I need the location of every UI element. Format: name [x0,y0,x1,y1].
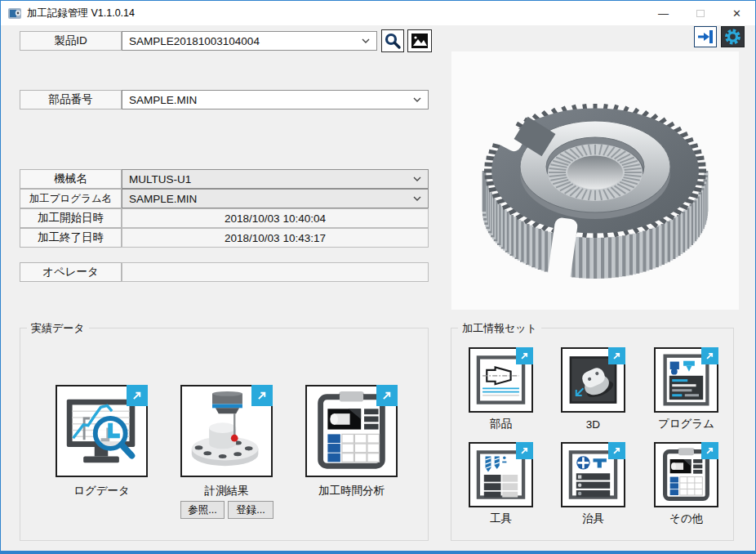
machining-time-analysis-button[interactable] [305,385,398,477]
tool-label: 工具 [469,511,533,527]
minimize-icon: — [658,7,669,20]
open-external-badge [608,442,625,459]
transfer-button[interactable] [694,26,717,47]
operator-value [122,262,429,282]
close-button[interactable]: ✕ [718,1,755,25]
open-external-badge [516,347,533,364]
arrow-up-right-icon [518,445,531,457]
maximize-button[interactable] [682,1,718,25]
program-name-value: SAMPLE.MIN [129,193,197,205]
operator-label: オペレータ [20,262,122,282]
open-external-badge [376,385,398,406]
arrow-up-right-icon [611,445,623,457]
open-external-badge [251,385,273,406]
results-group-title: 実績データ [27,321,89,336]
settings-button[interactable] [721,26,745,47]
3d-label: 3D [561,416,625,432]
close-icon: ✕ [732,7,741,20]
chevron-down-icon [413,176,421,181]
maximize-icon [696,10,705,17]
open-external-badge [701,442,718,459]
program-name-combobox[interactable]: SAMPLE.MIN [122,189,429,208]
chevron-down-icon [413,196,421,201]
open-external-badge [516,442,533,459]
search-button[interactable] [381,29,404,52]
image-capture-button[interactable] [407,29,432,52]
open-external-badge [608,347,625,364]
program-name-label: 加工プログラム名 [20,189,122,208]
part-number-label: 部品番号 [20,90,122,109]
product-id-combobox[interactable]: SAMPLE20181003104004 [122,31,377,51]
chevron-down-icon [413,97,421,102]
log-data-button[interactable] [56,385,148,477]
product-id-label: 製品ID [20,31,122,51]
parts-button[interactable] [469,347,533,413]
arrow-up-right-icon [704,350,716,362]
measurement-result-button[interactable] [180,385,273,477]
arrow-up-right-icon [704,445,716,457]
arrow-up-right-icon [518,350,531,362]
measurement-result-label: 計測結果 [180,483,273,499]
jig-label: 治具 [561,511,625,527]
parts-label: 部品 [469,416,533,432]
gear-image [451,51,739,310]
part-number-value: SAMPLE.MIN [129,94,197,106]
gear-icon [723,28,743,46]
program-button[interactable] [654,347,718,413]
app-window: 加工記録管理 V1.1.0.14 — ✕ 製品ID SAMPLE20181003… [0,0,756,554]
window-title: 加工記録管理 V1.1.0.14 [27,7,135,20]
program-label: プログラム [654,416,718,432]
open-external-badge [127,385,148,406]
machine-name-value: MULTUS-U1 [129,173,191,185]
minimize-button[interactable]: — [645,1,682,25]
end-datetime-label: 加工終了日時 [20,228,122,248]
machine-name-combobox[interactable]: MULTUS-U1 [122,169,429,189]
register-button[interactable]: 登録... [228,501,273,519]
other-label: その他 [654,511,718,527]
arrow-up-right-icon [130,388,145,403]
magnifier-icon [383,31,402,51]
part-number-combobox[interactable]: SAMPLE.MIN [122,90,429,109]
open-external-badge [701,347,718,364]
start-datetime-value: 2018/10/03 10:40:04 [122,208,429,228]
time-analysis-label: 加工時間分析 [305,483,398,499]
start-datetime-label: 加工開始日時 [20,208,122,228]
arrow-up-right-icon [380,388,394,403]
log-data-label: ログデータ [56,483,148,499]
app-icon [7,7,22,20]
info-group-title: 加工情報セット [458,321,541,336]
chevron-down-icon [362,38,370,43]
jig-button[interactable] [561,442,625,507]
other-button[interactable] [654,442,718,507]
browse-button[interactable]: 参照... [180,501,225,519]
photo-icon [409,31,430,51]
title-bar: 加工記録管理 V1.1.0.14 [1,1,755,25]
machine-name-label: 機械名 [20,169,122,189]
product-id-value: SAMPLE20181003104004 [129,35,260,47]
3d-view-button[interactable] [561,347,625,413]
arrow-right-icon [696,28,715,46]
part-3d-preview [451,51,739,310]
arrow-up-right-icon [255,388,269,403]
end-datetime-value: 2018/10/03 10:43:17 [122,228,429,248]
arrow-up-right-icon [611,350,623,362]
tool-button[interactable] [469,442,533,507]
